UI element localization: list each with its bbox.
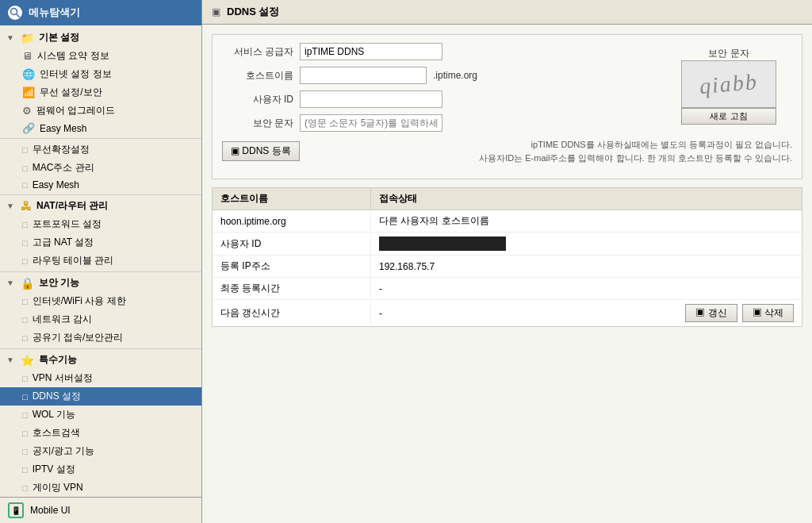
- sidebar-item-nat[interactable]: ▼ 🖧 NAT/라우터 관리: [0, 197, 201, 215]
- captcha-refresh-button[interactable]: 새로 고침: [681, 108, 776, 125]
- userid-label: 사용자 ID: [222, 93, 293, 106]
- sidebar-item-internet-restrict[interactable]: □ 인터넷/WiFi 사용 제한: [0, 292, 201, 310]
- sidebar-item-basic-settings[interactable]: ▼ 📁 기본 설정: [0, 29, 201, 47]
- doc-icon-15: □: [22, 465, 28, 475]
- folder-icon: 📁: [21, 32, 34, 44]
- sidebar-item-routing-table[interactable]: □ 라우팅 테이블 관리: [0, 252, 201, 270]
- captcha-section: 보안 문자 qiabb 새로 고침: [665, 43, 792, 138]
- internet-restrict-label: 인터넷/WiFi 사용 제한: [33, 294, 126, 308]
- sidebar-item-wol[interactable]: □ WOL 기능: [0, 406, 201, 424]
- sidebar-item-network-monitor[interactable]: □ 네트워크 감시: [0, 310, 201, 329]
- gaming-vpn-label: 게이밍 VPN: [33, 481, 83, 494]
- refresh-button[interactable]: ▣ 갱신: [685, 304, 737, 322]
- info-line2: 사용자ID는 E-mail주소를 입력해야 합니다. 한 개의 호스트만 등록할…: [479, 153, 792, 163]
- sidebar-item-nat-advanced[interactable]: □ 고급 NAT 설정: [0, 233, 201, 252]
- nexttime-label: 다음 갱신시간: [220, 307, 280, 318]
- table-cell-userid-value: [371, 233, 802, 255]
- search-icon: [8, 6, 22, 20]
- userid-redacted: [379, 237, 506, 251]
- security-code-label: 보안 문자: [222, 117, 293, 130]
- special-folder-icon: ⭐: [21, 354, 34, 367]
- captcha-label: 보안 문자: [708, 47, 749, 60]
- ddns-register-button[interactable]: ▣ DDNS 등록: [222, 141, 300, 161]
- sidebar-item-notice[interactable]: □ 공지/광고 기능: [0, 442, 201, 460]
- special-group: ▼ ⭐ 특수기능 □ VPN 서버설정 □ DDNS 설정 □ WOL 기능: [0, 351, 201, 497]
- doc-icon-7: □: [22, 297, 28, 306]
- table-header: 호스트이름 접속상태: [213, 188, 802, 210]
- action-buttons: ▣ 갱신 ▣ 삭제: [685, 304, 794, 322]
- port-forward-label: 포트포워드 설정: [33, 217, 102, 231]
- easy-mesh-1-label: Easy Mesh: [40, 123, 86, 134]
- wol-label: WOL 기능: [33, 408, 75, 421]
- sidebar-item-gaming-vpn[interactable]: □ 게이밍 VPN: [0, 479, 201, 497]
- doc-icon-13: □: [22, 429, 28, 438]
- userid-input[interactable]: [300, 90, 442, 108]
- doc-icon-10: □: [22, 374, 28, 383]
- table-row: 다음 갱신시간 - ▣ 갱신 ▣ 삭제: [213, 300, 802, 326]
- sidebar-item-ddns-settings[interactable]: □ DDNS 설정: [0, 387, 201, 406]
- sidebar-item-easy-mesh-1[interactable]: 🔗 Easy Mesh: [0, 120, 201, 137]
- vpn-server-label: VPN 서버설정: [33, 371, 93, 385]
- remote-mgmt-label: 공유기 접속/보안관리: [33, 331, 124, 344]
- ip-value: 192.168.75.7: [379, 261, 435, 272]
- ddns-settings-label: DDNS 설정: [33, 390, 81, 403]
- mobile-icon: 📱: [8, 502, 24, 518]
- table-cell-nexttime-value: - ▣ 갱신 ▣ 삭제: [371, 300, 802, 326]
- hostname-input[interactable]: [300, 67, 427, 84]
- doc-icon-8: □: [22, 315, 28, 325]
- sidebar-item-security[interactable]: ▼ 🔒 보안 기능: [0, 274, 201, 292]
- main-content: ▣ DDNS 설정 서비스 공급자 호스트이름 .iptime.org: [202, 0, 812, 523]
- doc-icon-2: □: [22, 163, 28, 173]
- nat-advanced-label: 고급 NAT 설정: [33, 236, 94, 249]
- table-cell-lasttime-label: 최종 등록시간: [213, 278, 371, 299]
- mobile-ui-footer[interactable]: 📱 Mobile UI: [0, 497, 201, 523]
- sidebar-item-wireless-security[interactable]: 📶 무선 설정/보안: [0, 83, 201, 102]
- security-code-row: 보안 문자: [222, 114, 665, 132]
- ddns-info-text: ipTIME DDNS를 사용하실때에는 별도의 등록과정이 필요 없습니다. …: [308, 138, 792, 164]
- sidebar-item-port-forward[interactable]: □ 포트포워드 설정: [0, 215, 201, 233]
- sidebar-item-iptv[interactable]: □ IPTV 설정: [0, 460, 201, 479]
- hostname-label: 호스트이름: [222, 69, 293, 83]
- form-section: 서비스 공급자 호스트이름 .iptime.org 사용자 ID: [212, 34, 802, 179]
- security-collapse-icon: ▼: [6, 279, 14, 287]
- svg-line-1: [17, 14, 21, 18]
- sidebar-item-mac-mgmt[interactable]: □ MAC주소 관리: [0, 159, 201, 177]
- sidebar-content: ▼ 📁 기본 설정 🖥 시스템 요약 정보 🌐 인터넷 설정 정보 📶 무선 설…: [0, 25, 201, 497]
- security-code-input[interactable]: [300, 114, 442, 132]
- sidebar-item-remote-mgmt[interactable]: □ 공유기 접속/보안관리: [0, 329, 201, 347]
- service-provider-row: 서비스 공급자: [222, 43, 665, 60]
- doc-icon: □: [22, 145, 28, 155]
- host-search-label: 호스트검색: [33, 426, 80, 440]
- nexttime-value: -: [379, 308, 382, 319]
- table-cell-status-1: 다른 사용자의 호스트이름: [371, 210, 802, 232]
- hostname-row: 호스트이름 .iptime.org: [222, 67, 665, 84]
- sidebar-title: 메뉴탐색기: [29, 6, 80, 20]
- sidebar-item-firmware[interactable]: ⚙ 펌웨어 업그레이드: [0, 102, 201, 120]
- service-provider-input[interactable]: [300, 43, 442, 60]
- userid-row-label: 사용자 ID: [220, 238, 261, 249]
- delete-button[interactable]: ▣ 삭제: [742, 304, 794, 322]
- sidebar-item-easy-mesh-2[interactable]: □ Easy Mesh: [0, 177, 201, 193]
- doc-icon-5: □: [22, 238, 28, 248]
- nat-folder-icon: 🖧: [21, 200, 32, 213]
- mobile-ui-label: Mobile UI: [30, 505, 71, 516]
- userid-row: 사용자 ID: [222, 90, 665, 108]
- security-group: ▼ 🔒 보안 기능 □ 인터넷/WiFi 사용 제한 □ 네트워크 감시 □ 공…: [0, 274, 201, 349]
- sidebar-item-system-summary[interactable]: 🖥 시스템 요약 정보: [0, 47, 201, 65]
- table-header-hostname: 호스트이름: [213, 188, 371, 210]
- sidebar: 메뉴탐색기 ▼ 📁 기본 설정 🖥 시스템 요약 정보 🌐 인터넷 설정 정보: [0, 0, 202, 523]
- sidebar-item-vpn-server[interactable]: □ VPN 서버설정: [0, 369, 201, 387]
- sidebar-item-wireless-ext[interactable]: □ 무선확장설정: [0, 140, 201, 159]
- table-cell-lasttime-value: -: [371, 279, 802, 298]
- table-row: 사용자 ID: [213, 233, 802, 256]
- sidebar-item-host-search[interactable]: □ 호스트검색: [0, 424, 201, 442]
- routing-table-label: 라우팅 테이블 관리: [33, 254, 114, 267]
- ddns-table: 호스트이름 접속상태 hoon.iptime.org 다른 사용자의 호스트이름…: [212, 187, 802, 327]
- table-row: 최종 등록시간 -: [213, 278, 802, 300]
- firmware-label: 펌웨어 업그레이드: [36, 104, 115, 117]
- table-cell-nexttime-label: 다음 갱신시간: [213, 302, 371, 324]
- sidebar-item-internet-settings[interactable]: 🌐 인터넷 설정 정보: [0, 65, 201, 83]
- sidebar-item-special[interactable]: ▼ ⭐ 특수기능: [0, 351, 201, 369]
- security-label: 보안 기능: [39, 276, 79, 290]
- status-value-1: 다른 사용자의 호스트이름: [379, 214, 489, 228]
